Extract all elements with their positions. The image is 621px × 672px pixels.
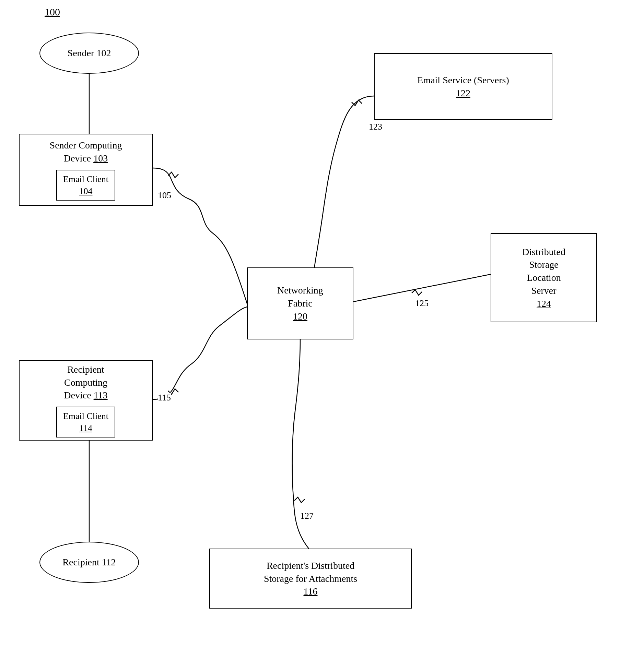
recipients-distributed-number: 116 [304, 586, 318, 597]
distributed-storage-box: DistributedStorageLocationServer124 [491, 233, 597, 322]
diagram-title: 100 [45, 6, 60, 18]
label-115: 115 [158, 393, 171, 403]
diagram-container: 100 Sender 102 Sender ComputingDevice 10… [0, 0, 621, 672]
label-127: 127 [300, 511, 314, 521]
email-service-box: Email Service (Servers)122 [374, 53, 552, 120]
recipients-distributed-label: Recipient's DistributedStorage for Attac… [264, 560, 357, 584]
label-105: 105 [158, 190, 171, 201]
networking-fabric-box: NetworkingFabric120 [247, 267, 353, 339]
label-125: 125 [415, 298, 429, 309]
email-client-104-label: Email Client [63, 174, 108, 184]
recipient-device-number: 113 [94, 390, 108, 400]
recipient-device-box: RecipientComputingDevice 113 Email Clien… [19, 360, 153, 441]
email-client-114-label: Email Client [63, 411, 108, 421]
distributed-storage-number: 124 [537, 298, 551, 309]
sender-device-label: Sender ComputingDevice [50, 140, 122, 164]
sender-device-number: 103 [93, 153, 108, 164]
svg-line-1 [353, 274, 491, 302]
recipient-oval-label: Recipient [62, 557, 102, 567]
networking-fabric-number: 120 [293, 311, 307, 322]
email-service-label: Email Service (Servers) [417, 75, 509, 85]
email-client-104-number: 104 [79, 186, 93, 196]
email-client-104-box: Email Client104 [56, 170, 115, 201]
email-service-number: 122 [456, 88, 470, 98]
email-client-114-box: Email Client114 [56, 407, 115, 437]
recipients-distributed-box: Recipient's DistributedStorage for Attac… [209, 549, 412, 609]
sender-oval-label: Sender [68, 48, 97, 58]
sender-oval-number: 102 [96, 48, 111, 58]
networking-fabric-label: NetworkingFabric [277, 285, 323, 309]
distributed-storage-label: DistributedStorageLocationServer [522, 247, 565, 296]
recipient-oval: Recipient 112 [39, 542, 139, 583]
sender-oval: Sender 102 [39, 33, 139, 74]
label-123: 123 [369, 122, 382, 132]
recipient-oval-number: 112 [102, 557, 116, 567]
sender-device-box: Sender ComputingDevice 103 Email Client1… [19, 134, 153, 206]
email-client-114-number: 114 [79, 423, 92, 433]
